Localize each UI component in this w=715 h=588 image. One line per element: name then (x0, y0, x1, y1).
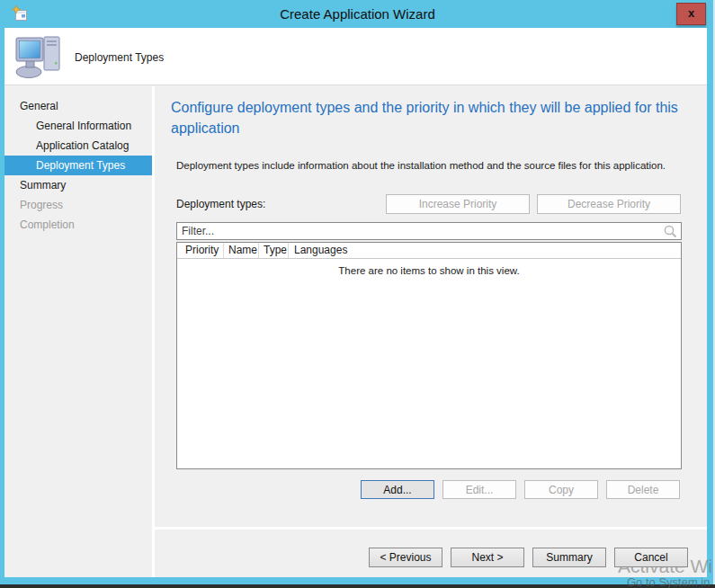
sidebar-item-general-information[interactable]: General Information (4, 116, 152, 136)
sidebar-item-completion: Completion (4, 215, 152, 235)
edit-button[interactable]: Edit... (442, 480, 516, 499)
page-title: Deployment Types (75, 51, 164, 64)
list-header: Priority Name Type Languages (177, 243, 681, 259)
delete-button[interactable]: Delete (606, 480, 680, 499)
column-header-type[interactable]: Type (259, 243, 289, 258)
window-title: Create Application Wizard (0, 6, 715, 22)
search-icon (663, 224, 678, 239)
sidebar-item-deployment-types[interactable]: Deployment Types (4, 156, 152, 175)
close-button[interactable]: x (676, 3, 706, 25)
next-button[interactable]: Next > (451, 548, 524, 567)
sidebar-item-general[interactable]: General (4, 96, 152, 116)
sidebar-item-progress: Progress (4, 195, 152, 215)
footer-divider (155, 527, 707, 530)
wizard-window: Create Application Wizard x (0, 0, 715, 584)
sidebar-item-summary[interactable]: Summary (4, 175, 152, 195)
step-description: Deployment types include information abo… (176, 160, 702, 171)
add-button[interactable]: Add... (361, 480, 434, 499)
sidebar-item-application-catalog[interactable]: Application Catalog (4, 136, 152, 156)
empty-list-message: There are no items to show in this view. (177, 265, 681, 276)
column-header-languages[interactable]: Languages (289, 243, 681, 258)
column-header-name[interactable]: Name (224, 243, 259, 258)
deployment-types-label: Deployment types: (176, 198, 265, 210)
screen: Create Application Wizard x (0, 0, 715, 588)
dialog-body: Deployment Types General General Informa… (4, 28, 707, 577)
increase-priority-button[interactable]: Increase Priority (386, 194, 530, 214)
wizard-nav: General General Information Application … (4, 86, 155, 577)
summary-button[interactable]: Summary (532, 548, 606, 567)
main-pane: Configure deployment types and the prior… (155, 86, 707, 577)
previous-button[interactable]: < Previous (369, 548, 442, 567)
filter-box (176, 222, 682, 240)
activate-windows-watermark-subtext: Go to System in (627, 575, 710, 588)
titlebar[interactable]: Create Application Wizard x (0, 0, 715, 28)
cancel-button[interactable]: Cancel (614, 548, 688, 567)
filter-input[interactable] (177, 223, 663, 239)
deployment-types-list: Priority Name Type Languages There are n… (176, 242, 682, 469)
step-heading: Configure deployment types and the prior… (171, 97, 691, 138)
computer-icon (13, 32, 66, 81)
copy-button[interactable]: Copy (524, 480, 598, 499)
wizard-header: Deployment Types (4, 28, 707, 85)
column-header-priority[interactable]: Priority (177, 243, 224, 258)
decrease-priority-button[interactable]: Decrease Priority (537, 194, 681, 214)
